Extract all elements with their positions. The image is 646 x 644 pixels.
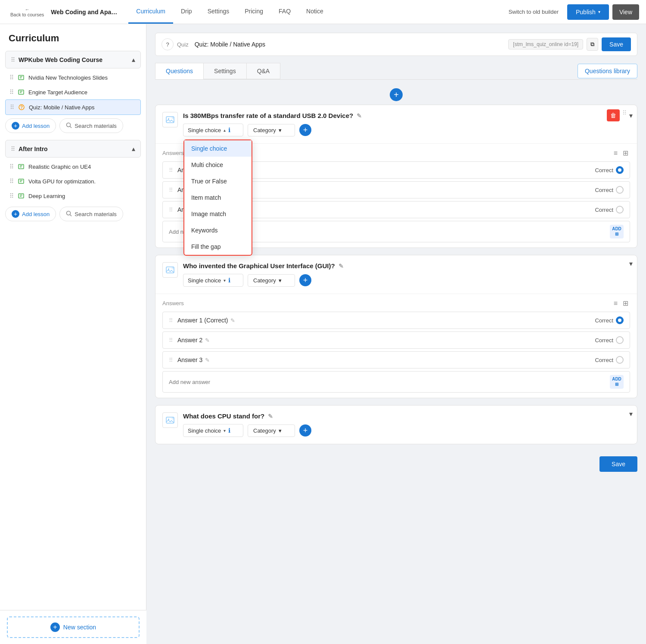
dropdown-item-item-match[interactable]: Item match	[184, 189, 252, 206]
question-3-image-icon[interactable]: +	[162, 412, 178, 428]
dropdown-item-image-match[interactable]: Image match	[184, 206, 252, 222]
lesson-drag-quiz[interactable]: ⠿	[10, 104, 14, 111]
lesson-item-nvidia[interactable]: ⠿ Nvidia New Technologies Slides	[5, 70, 141, 85]
dropdown-item-fill-the-gap[interactable]: Fill the gap	[184, 238, 252, 255]
save-bottom-button[interactable]: Save	[599, 456, 637, 472]
questions-library-button[interactable]: Questions library	[578, 64, 637, 78]
question-2-edit-icon[interactable]: ✎	[339, 263, 344, 269]
question-1-delete-button[interactable]: 🗑	[607, 109, 620, 121]
question-2-type-select[interactable]: Single choice ▾ ℹ	[183, 274, 243, 287]
question-3-content: What does CPU stand for? ✎ Single choice…	[183, 412, 630, 437]
answer-2-1-edit-icon[interactable]: ✎	[230, 317, 235, 324]
dropdown-item-true-false[interactable]: True or False	[184, 173, 252, 189]
question-3-info-icon[interactable]: ℹ	[228, 427, 230, 434]
question-2-image-icon[interactable]: +	[162, 262, 178, 278]
search-materials-button-2[interactable]: Search materials	[59, 207, 123, 221]
add-lesson-button-2[interactable]: + Add lesson	[5, 207, 56, 221]
quiz-tab-qa[interactable]: Q&A	[246, 63, 281, 79]
back-button[interactable]: ← Back to courses	[7, 5, 47, 19]
question-2-title: Who invented the Graphical User Interfac…	[183, 262, 630, 269]
question-3-edit-icon[interactable]: ✎	[268, 413, 273, 420]
question-2-collapse[interactable]: ▾	[629, 260, 633, 268]
question-1-list-view-button[interactable]: ≡	[612, 148, 619, 158]
nav-tab-curriculum[interactable]: Curriculum	[128, 0, 173, 24]
question-3-add-media-button[interactable]: +	[299, 424, 311, 437]
answer-2-2-radio[interactable]	[616, 336, 624, 344]
nav-tab-pricing[interactable]: Pricing	[237, 0, 271, 24]
lesson-drag-deeplearning[interactable]: ⠿	[9, 192, 14, 199]
quiz-name-input[interactable]	[195, 41, 505, 48]
new-section-button[interactable]: + New section	[7, 616, 140, 638]
question-2-header: + Who invented the Graphical User Interf…	[155, 255, 637, 294]
publish-button[interactable]: Publish ▾	[567, 4, 609, 20]
answer-2-1-drag[interactable]: ⠿	[169, 317, 173, 324]
lesson-item-engine[interactable]: ⠿ Engine Target Audience	[5, 85, 141, 99]
lesson-drag-ue4[interactable]: ⠿	[9, 163, 14, 170]
add-answer-input-2[interactable]	[169, 379, 610, 385]
question-1-edit-icon[interactable]: ✎	[357, 112, 362, 119]
search-materials-button-1[interactable]: Search materials	[59, 118, 123, 133]
question-3-collapse[interactable]: ▾	[629, 410, 633, 418]
switch-old-builder-button[interactable]: Switch to old builder	[503, 5, 564, 19]
quiz-label: Quiz	[177, 41, 191, 48]
question-1-image-icon[interactable]: +	[162, 112, 178, 127]
answer-1-1-drag[interactable]: ⠿	[169, 167, 173, 173]
quiz-tab-settings[interactable]: Settings	[203, 63, 247, 79]
save-top-button[interactable]: Save	[602, 37, 631, 51]
svg-text:+: +	[172, 267, 174, 269]
dropdown-item-single-choice[interactable]: Single choice	[184, 140, 252, 157]
answer-1-3-drag[interactable]: ⠿	[169, 207, 173, 213]
lesson-item-volta[interactable]: ⠿ Volta GPU for optimization.	[5, 174, 141, 189]
section-name-1: WPKube Web Coding Course	[19, 56, 102, 63]
add-lesson-plus-icon: +	[12, 122, 19, 130]
nav-tab-drip[interactable]: Drip	[173, 0, 200, 24]
question-1-info-icon[interactable]: ℹ	[228, 127, 230, 133]
nav-tab-faq[interactable]: FAQ	[271, 0, 298, 24]
lesson-item-ue4[interactable]: ⠿ Realistic Graphic on UE4	[5, 159, 141, 174]
question-1-type-select[interactable]: Single choice ▴ ℹ Single choice Multi ch…	[183, 124, 243, 136]
section-drag-handle-1[interactable]: ⠿	[11, 56, 15, 63]
section-collapse-2[interactable]: ▴	[132, 145, 135, 153]
section-drag-handle-2[interactable]: ⠿	[11, 146, 15, 152]
answer-1-2-drag[interactable]: ⠿	[169, 187, 173, 193]
answer-2-3-drag[interactable]: ⠿	[169, 357, 173, 363]
answer-2-3-edit-icon[interactable]: ✎	[205, 357, 210, 363]
dropdown-item-multi-choice[interactable]: Multi choice	[184, 157, 252, 173]
svg-line-20	[70, 214, 72, 216]
nav-tab-settings[interactable]: Settings	[200, 0, 237, 24]
quiz-tab-questions[interactable]: Questions	[155, 63, 204, 79]
lesson-drag-volta[interactable]: ⠿	[9, 178, 14, 185]
lesson-item-quiz[interactable]: ⠿ ? Quiz: Mobile / Native Apps	[5, 99, 141, 115]
question-2-list-view-button[interactable]: ≡	[612, 298, 619, 308]
question-2-info-icon[interactable]: ℹ	[228, 277, 230, 284]
answer-1-1-radio[interactable]	[616, 166, 624, 174]
svg-text:+: +	[172, 117, 174, 119]
nav-tab-notice[interactable]: Notice	[298, 0, 331, 24]
add-lesson-button-1[interactable]: + Add lesson	[5, 118, 56, 133]
answer-1-2-radio[interactable]	[616, 186, 624, 194]
lesson-drag-nvidia[interactable]: ⠿	[9, 74, 14, 81]
question-3-type-select[interactable]: Single choice ▾ ℹ	[183, 424, 243, 437]
lesson-drag-engine[interactable]: ⠿	[9, 89, 14, 96]
question-2-add-media-button[interactable]: +	[299, 274, 311, 286]
answer-2-2-drag[interactable]: ⠿	[169, 337, 173, 344]
question-1-category-select[interactable]: Category ▾	[248, 124, 295, 136]
answer-2-1-radio[interactable]	[616, 316, 624, 324]
answer-2-2-edit-icon[interactable]: ✎	[205, 337, 210, 344]
question-2-grid-view-button[interactable]: ⊞	[621, 298, 630, 308]
section-collapse-1[interactable]: ▴	[132, 56, 135, 64]
question-1-add-media-button[interactable]: +	[299, 124, 311, 136]
question-3-category-select[interactable]: Category ▾	[248, 424, 295, 437]
answer-2-3-radio[interactable]	[616, 356, 624, 364]
view-button[interactable]: View	[612, 4, 639, 20]
copy-shortcode-button[interactable]: ⧉	[587, 38, 598, 51]
copy-icon: ⧉	[590, 41, 594, 47]
question-1-grid-view-button[interactable]: ⊞	[621, 148, 630, 158]
answer-1-3-radio[interactable]	[616, 206, 624, 214]
dropdown-item-keywords[interactable]: Keywords	[184, 222, 252, 238]
question-2-category-select[interactable]: Category ▾	[248, 274, 295, 287]
question-1-collapse[interactable]: ▾	[629, 109, 633, 121]
lesson-item-deeplearning[interactable]: ⠿ Deep Learning	[5, 189, 141, 203]
add-question-button[interactable]: +	[390, 88, 403, 101]
question-1-drag-handle[interactable]: ⠿	[622, 109, 627, 121]
